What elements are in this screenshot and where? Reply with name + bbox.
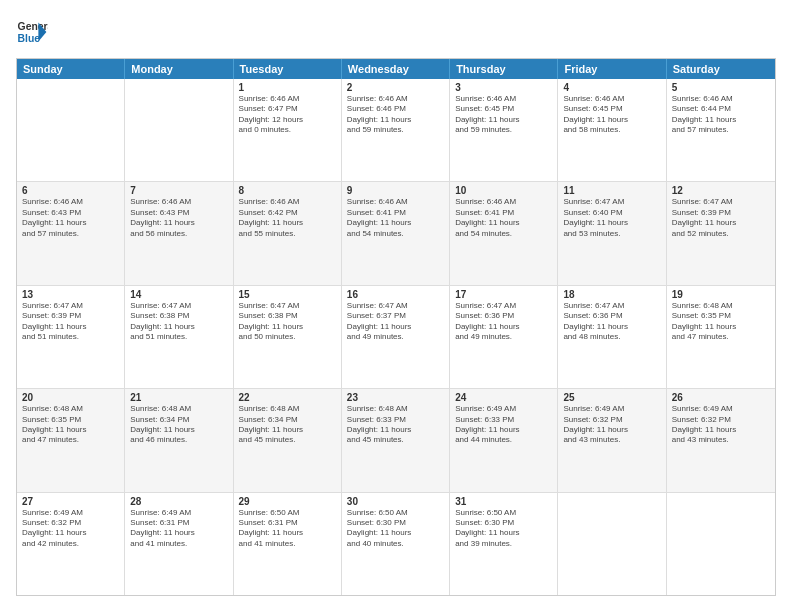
cal-cell-0-4: 3Sunrise: 6:46 AM Sunset: 6:45 PM Daylig… [450,79,558,181]
day-number: 7 [130,185,227,196]
cal-cell-0-6: 5Sunrise: 6:46 AM Sunset: 6:44 PM Daylig… [667,79,775,181]
day-info: Sunrise: 6:49 AM Sunset: 6:32 PM Dayligh… [563,404,660,446]
cal-cell-0-0 [17,79,125,181]
cal-cell-4-0: 27Sunrise: 6:49 AM Sunset: 6:32 PM Dayli… [17,493,125,595]
cal-cell-4-2: 29Sunrise: 6:50 AM Sunset: 6:31 PM Dayli… [234,493,342,595]
day-info: Sunrise: 6:47 AM Sunset: 6:36 PM Dayligh… [563,301,660,343]
page: General Blue SundayMondayTuesdayWednesda… [0,0,792,612]
cal-cell-2-6: 19Sunrise: 6:48 AM Sunset: 6:35 PM Dayli… [667,286,775,388]
day-info: Sunrise: 6:46 AM Sunset: 6:46 PM Dayligh… [347,94,444,136]
day-info: Sunrise: 6:48 AM Sunset: 6:34 PM Dayligh… [130,404,227,446]
calendar-row-3: 20Sunrise: 6:48 AM Sunset: 6:35 PM Dayli… [17,389,775,492]
header-cell-sunday: Sunday [17,59,125,79]
cal-cell-4-3: 30Sunrise: 6:50 AM Sunset: 6:30 PM Dayli… [342,493,450,595]
day-number: 12 [672,185,770,196]
header-cell-tuesday: Tuesday [234,59,342,79]
cal-cell-4-4: 31Sunrise: 6:50 AM Sunset: 6:30 PM Dayli… [450,493,558,595]
cal-cell-1-6: 12Sunrise: 6:47 AM Sunset: 6:39 PM Dayli… [667,182,775,284]
day-number: 5 [672,82,770,93]
day-number: 30 [347,496,444,507]
cal-cell-3-4: 24Sunrise: 6:49 AM Sunset: 6:33 PM Dayli… [450,389,558,491]
header-cell-thursday: Thursday [450,59,558,79]
day-info: Sunrise: 6:50 AM Sunset: 6:30 PM Dayligh… [455,508,552,550]
day-info: Sunrise: 6:49 AM Sunset: 6:31 PM Dayligh… [130,508,227,550]
day-info: Sunrise: 6:46 AM Sunset: 6:45 PM Dayligh… [563,94,660,136]
day-info: Sunrise: 6:48 AM Sunset: 6:33 PM Dayligh… [347,404,444,446]
cal-cell-2-5: 18Sunrise: 6:47 AM Sunset: 6:36 PM Dayli… [558,286,666,388]
day-info: Sunrise: 6:47 AM Sunset: 6:38 PM Dayligh… [239,301,336,343]
cal-cell-2-3: 16Sunrise: 6:47 AM Sunset: 6:37 PM Dayli… [342,286,450,388]
day-number: 11 [563,185,660,196]
svg-text:Blue: Blue [18,33,41,44]
header-cell-saturday: Saturday [667,59,775,79]
header-cell-wednesday: Wednesday [342,59,450,79]
calendar-row-4: 27Sunrise: 6:49 AM Sunset: 6:32 PM Dayli… [17,493,775,595]
day-info: Sunrise: 6:49 AM Sunset: 6:32 PM Dayligh… [672,404,770,446]
logo-icon: General Blue [16,16,48,48]
day-number: 15 [239,289,336,300]
day-number: 6 [22,185,119,196]
day-info: Sunrise: 6:50 AM Sunset: 6:30 PM Dayligh… [347,508,444,550]
cal-cell-1-5: 11Sunrise: 6:47 AM Sunset: 6:40 PM Dayli… [558,182,666,284]
day-number: 21 [130,392,227,403]
cal-cell-2-4: 17Sunrise: 6:47 AM Sunset: 6:36 PM Dayli… [450,286,558,388]
day-info: Sunrise: 6:48 AM Sunset: 6:34 PM Dayligh… [239,404,336,446]
day-number: 31 [455,496,552,507]
day-number: 3 [455,82,552,93]
day-number: 14 [130,289,227,300]
calendar-row-0: 1Sunrise: 6:46 AM Sunset: 6:47 PM Daylig… [17,79,775,182]
cal-cell-0-2: 1Sunrise: 6:46 AM Sunset: 6:47 PM Daylig… [234,79,342,181]
day-number: 22 [239,392,336,403]
day-number: 10 [455,185,552,196]
day-number: 24 [455,392,552,403]
cal-cell-0-3: 2Sunrise: 6:46 AM Sunset: 6:46 PM Daylig… [342,79,450,181]
day-info: Sunrise: 6:50 AM Sunset: 6:31 PM Dayligh… [239,508,336,550]
day-info: Sunrise: 6:47 AM Sunset: 6:40 PM Dayligh… [563,197,660,239]
day-number: 16 [347,289,444,300]
cal-cell-1-1: 7Sunrise: 6:46 AM Sunset: 6:43 PM Daylig… [125,182,233,284]
day-number: 2 [347,82,444,93]
cal-cell-3-2: 22Sunrise: 6:48 AM Sunset: 6:34 PM Dayli… [234,389,342,491]
day-number: 23 [347,392,444,403]
calendar-row-1: 6Sunrise: 6:46 AM Sunset: 6:43 PM Daylig… [17,182,775,285]
day-number: 27 [22,496,119,507]
day-info: Sunrise: 6:47 AM Sunset: 6:39 PM Dayligh… [22,301,119,343]
cal-cell-1-0: 6Sunrise: 6:46 AM Sunset: 6:43 PM Daylig… [17,182,125,284]
day-info: Sunrise: 6:46 AM Sunset: 6:42 PM Dayligh… [239,197,336,239]
day-info: Sunrise: 6:46 AM Sunset: 6:41 PM Dayligh… [347,197,444,239]
day-info: Sunrise: 6:49 AM Sunset: 6:33 PM Dayligh… [455,404,552,446]
day-info: Sunrise: 6:46 AM Sunset: 6:47 PM Dayligh… [239,94,336,136]
day-number: 19 [672,289,770,300]
day-info: Sunrise: 6:47 AM Sunset: 6:37 PM Dayligh… [347,301,444,343]
day-info: Sunrise: 6:46 AM Sunset: 6:45 PM Dayligh… [455,94,552,136]
calendar-body: 1Sunrise: 6:46 AM Sunset: 6:47 PM Daylig… [17,79,775,595]
day-info: Sunrise: 6:47 AM Sunset: 6:39 PM Dayligh… [672,197,770,239]
day-number: 4 [563,82,660,93]
cal-cell-3-3: 23Sunrise: 6:48 AM Sunset: 6:33 PM Dayli… [342,389,450,491]
cal-cell-4-1: 28Sunrise: 6:49 AM Sunset: 6:31 PM Dayli… [125,493,233,595]
day-number: 18 [563,289,660,300]
day-number: 8 [239,185,336,196]
calendar: SundayMondayTuesdayWednesdayThursdayFrid… [16,58,776,596]
day-info: Sunrise: 6:46 AM Sunset: 6:44 PM Dayligh… [672,94,770,136]
day-number: 29 [239,496,336,507]
day-number: 17 [455,289,552,300]
day-number: 13 [22,289,119,300]
day-info: Sunrise: 6:46 AM Sunset: 6:43 PM Dayligh… [130,197,227,239]
day-number: 20 [22,392,119,403]
cal-cell-1-2: 8Sunrise: 6:46 AM Sunset: 6:42 PM Daylig… [234,182,342,284]
cal-cell-0-5: 4Sunrise: 6:46 AM Sunset: 6:45 PM Daylig… [558,79,666,181]
header-cell-monday: Monday [125,59,233,79]
calendar-header: SundayMondayTuesdayWednesdayThursdayFrid… [17,59,775,79]
day-info: Sunrise: 6:49 AM Sunset: 6:32 PM Dayligh… [22,508,119,550]
cal-cell-0-1 [125,79,233,181]
day-number: 26 [672,392,770,403]
cal-cell-2-2: 15Sunrise: 6:47 AM Sunset: 6:38 PM Dayli… [234,286,342,388]
day-info: Sunrise: 6:48 AM Sunset: 6:35 PM Dayligh… [22,404,119,446]
calendar-row-2: 13Sunrise: 6:47 AM Sunset: 6:39 PM Dayli… [17,286,775,389]
cal-cell-3-1: 21Sunrise: 6:48 AM Sunset: 6:34 PM Dayli… [125,389,233,491]
day-info: Sunrise: 6:47 AM Sunset: 6:38 PM Dayligh… [130,301,227,343]
logo: General Blue [16,16,48,48]
day-number: 1 [239,82,336,93]
cal-cell-2-0: 13Sunrise: 6:47 AM Sunset: 6:39 PM Dayli… [17,286,125,388]
